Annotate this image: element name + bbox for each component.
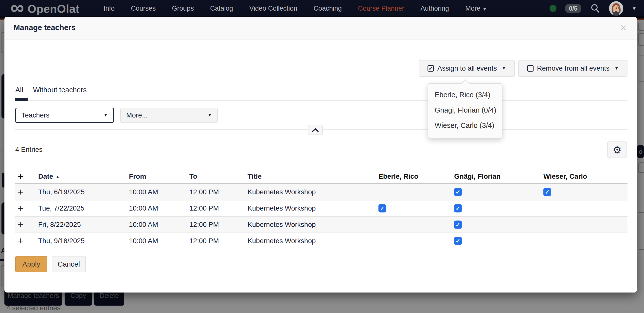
assign-teacher-menu: Eberle, Rico (3/4) Gnägi, Florian (0/4) … [428,83,502,138]
cell-from: 10:00 AM [129,204,158,212]
checkbox-wieser[interactable]: ✓ [544,188,551,196]
add-column-icon[interactable]: + [18,171,24,182]
table-row: + Thu, 9/18/2025 10:00 AM 12:00 PM Kuber… [15,233,628,249]
checkbox-eberle[interactable]: ✓ [378,204,386,212]
checkbox-gnaegi[interactable]: ✓ [454,204,462,212]
checkbox-gnaegi[interactable]: ✓ [454,221,462,229]
cell-title: Kubernetes Workshop [248,237,316,245]
active-tab-underline [15,98,28,101]
user-menu-caret-icon[interactable]: ▼ [632,6,636,11]
teachers-filter-dropdown[interactable]: Teachers ▼ [15,108,114,123]
expand-row-icon[interactable]: + [18,187,24,198]
nav-item-authoring[interactable]: Authoring [420,5,449,12]
expand-row-icon[interactable]: + [18,203,24,214]
expand-row-icon[interactable]: + [18,235,24,247]
screen: ∞ OpenOlat Info Courses Groups Catalog V… [0,0,644,313]
column-header-to[interactable]: To [189,173,197,180]
modal-header: Manage teachers × [4,17,637,40]
nav-item-groups[interactable]: Groups [172,5,194,12]
openolat-logo[interactable]: ∞ OpenOlat [10,2,80,16]
cancel-button[interactable]: Cancel [52,256,86,272]
cell-from: 10:00 AM [129,188,158,196]
cell-to: 12:00 PM [189,237,219,245]
search-button[interactable] [590,3,600,14]
close-icon[interactable]: × [620,22,626,33]
infinity-logo-icon: ∞ [10,0,24,15]
menu-item-gnaegi-florian[interactable]: Gnägi, Florian (0/4) [428,102,502,118]
cell-from: 10:00 AM [129,237,158,245]
tab-all[interactable]: All [15,86,23,94]
counter-badge[interactable]: 0/5 [565,4,582,13]
chevron-down-icon: ▼ [614,66,618,71]
nav-item-courses[interactable]: Courses [131,5,156,12]
menu-item-wieser-carlo[interactable]: Wieser, Carlo (3/4) [428,118,502,133]
user-avatar[interactable] [609,1,623,16]
remove-from-all-events-button[interactable]: Remove from all events ▼ [518,60,628,77]
unchecked-checkbox-icon [527,65,534,72]
assign-button-label: Assign to all events [438,65,497,72]
search-icon [590,4,600,13]
collapse-filters-button[interactable] [308,125,323,135]
nav-item-info[interactable]: Info [104,5,115,12]
cell-from: 10:00 AM [129,221,158,229]
cell-date: Fri, 8/22/2025 [38,221,81,229]
events-table: + Date▲ From To Title Eberle, Rico Gnägi… [15,170,628,249]
chevron-up-icon [312,128,318,132]
remove-button-label: Remove from all events [537,65,610,72]
column-header-eberle-rico[interactable]: Eberle, Rico [378,173,418,180]
avatar-image [609,1,623,16]
chevron-down-icon: ▼ [502,66,506,71]
cell-to: 12:00 PM [189,204,219,212]
nav-item-video-collection[interactable]: Video Collection [249,5,297,12]
table-row: + Tue, 7/22/2025 10:00 AM 12:00 PM Kuber… [15,200,628,217]
sort-asc-icon: ▲ [56,175,60,179]
nav-item-coaching[interactable]: Coaching [314,5,342,12]
column-header-wieser-carlo[interactable]: Wieser, Carlo [544,173,587,180]
modal-title: Manage teachers [14,23,76,32]
table-settings-button[interactable]: ⚙ [607,141,627,158]
manage-teachers-modal: Manage teachers × ✓ Assign to all events… [4,17,637,292]
chevron-down-icon: ▼ [208,113,212,118]
column-header-date[interactable]: Date▲ [38,173,60,180]
cell-date: Thu, 9/18/2025 [38,237,84,245]
cell-title: Kubernetes Workshop [248,221,316,229]
tab-without-teachers[interactable]: Without teachers [33,86,87,94]
column-header-from[interactable]: From [129,173,146,180]
cell-date: Tue, 7/22/2025 [38,204,84,212]
expand-row-icon[interactable]: + [18,219,24,230]
presence-status-dot [550,5,556,12]
apply-button[interactable]: Apply [15,256,47,272]
table-body: + Thu, 6/19/2025 10:00 AM 12:00 PM Kuber… [15,184,628,249]
brand-name: OpenOlat [28,2,80,16]
assign-to-all-events-button[interactable]: ✓ Assign to all events ▼ [419,60,515,77]
table-row: + Thu, 6/19/2025 10:00 AM 12:00 PM Kuber… [15,184,628,200]
table-header-row: + Date▲ From To Title Eberle, Rico Gnägi… [15,170,628,184]
nav-item-more[interactable]: More▼ [465,5,487,12]
teachers-filter-label: Teachers [22,111,50,119]
main-menu: Info Courses Groups Catalog Video Collec… [104,0,487,17]
filter-tabs: All Without teachers [15,83,628,101]
column-header-title[interactable]: Title [248,173,262,180]
cell-date: Thu, 6/19/2025 [38,188,84,196]
cell-to: 12:00 PM [189,188,219,196]
menu-item-eberle-rico[interactable]: Eberle, Rico (3/4) [428,87,502,102]
nav-item-course-planner[interactable]: Course Planner [358,5,404,12]
checkbox-gnaegi[interactable]: ✓ [454,237,462,245]
table-row: + Fri, 8/22/2025 10:00 AM 12:00 PM Kuber… [15,217,628,233]
nav-item-catalog[interactable]: Catalog [210,5,233,12]
cell-to: 12:00 PM [189,221,219,229]
chevron-down-icon: ▼ [104,113,108,118]
cell-title: Kubernetes Workshop [248,188,316,196]
gear-icon: ⚙ [613,144,622,156]
checked-checkbox-icon: ✓ [428,65,434,72]
navbar-right-cluster: 0/5 ▼ [550,0,636,17]
more-filter-label: More... [126,111,148,119]
chevron-down-icon: ▼ [482,7,487,12]
more-filter-dropdown[interactable]: More... ▼ [120,108,218,123]
column-header-gnaegi-florian[interactable]: Gnägi, Florian [454,173,500,180]
entries-count: 4 Entries [15,146,43,154]
cell-title: Kubernetes Workshop [248,204,316,212]
checkbox-gnaegi[interactable]: ✓ [454,188,462,196]
